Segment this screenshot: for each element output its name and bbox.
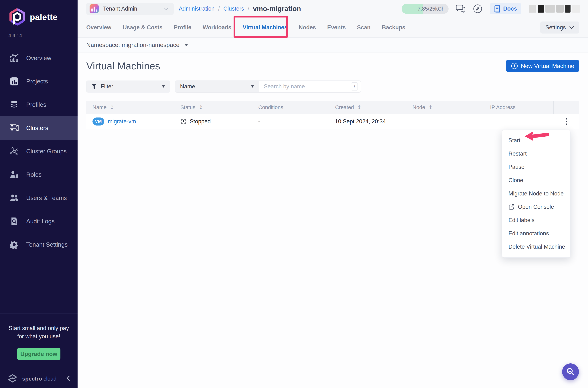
sidebar-item-label: Users & Teams xyxy=(26,194,67,201)
table-row[interactable]: VM migrate-vm Stopped - 10 Sept 2024, 20… xyxy=(86,114,579,129)
filter-funnel-icon xyxy=(91,83,97,90)
column-header-actions xyxy=(553,101,579,114)
tab-profile[interactable]: Profile xyxy=(174,18,191,37)
brand-light: cloud xyxy=(44,376,57,382)
search-input[interactable] xyxy=(264,83,351,90)
search-shortcut-badge: / xyxy=(351,82,358,91)
vm-actions-context-menu: Start Restart Pause Clone Migrate Node t… xyxy=(502,130,570,258)
row-actions-kebab-button[interactable] xyxy=(564,116,569,127)
search-fab-button[interactable] xyxy=(562,364,579,380)
column-header-node[interactable]: Node ↕ xyxy=(406,101,484,114)
namespace-selector[interactable]: Namespace: migration-namespace xyxy=(86,42,180,48)
column-label: Name xyxy=(92,104,107,110)
sidebar-item-roles[interactable]: Roles xyxy=(0,163,78,186)
app-version: 4.4.14 xyxy=(8,33,78,38)
users-teams-icon xyxy=(9,194,19,202)
vm-name-link[interactable]: migrate-vm xyxy=(108,118,136,125)
chat-button[interactable] xyxy=(456,4,466,13)
tab-virtual-machines[interactable]: Virtual Machines xyxy=(243,18,287,37)
column-header-status[interactable]: Status ↕ xyxy=(174,101,252,114)
menu-item-pause[interactable]: Pause xyxy=(502,161,570,173)
tab-events[interactable]: Events xyxy=(327,18,346,37)
tab-scan[interactable]: Scan xyxy=(357,18,370,37)
virtual-machines-table: Name ↕ Status ↕ Conditions Created ↕ xyxy=(86,101,579,129)
cell-conditions: - xyxy=(252,118,329,125)
docs-button[interactable]: Docs xyxy=(490,3,521,14)
breadcrumb-separator: / xyxy=(248,5,249,12)
cell-status: Stopped xyxy=(174,118,252,125)
menu-item-delete-virtual-machine[interactable]: Delete Virtual Machine xyxy=(502,241,570,253)
tenant-selector[interactable]: Tenant Admin xyxy=(86,3,174,15)
sidebar-item-clusters[interactable]: Clusters xyxy=(0,116,78,140)
column-header-conditions: Conditions xyxy=(252,101,329,114)
filter-row: Filter Name / xyxy=(86,80,579,93)
sidebar-footer: spectro cloud xyxy=(0,369,78,388)
filter-dropdown[interactable]: Filter xyxy=(86,80,170,93)
menu-item-migrate-node-to-node[interactable]: Migrate Node to Node xyxy=(502,188,570,199)
upgrade-now-button[interactable]: Upgrade now xyxy=(17,348,60,360)
column-header-created[interactable]: Created ↕ xyxy=(329,101,406,114)
external-link-icon xyxy=(508,204,515,210)
table-header: Name ↕ Status ↕ Conditions Created ↕ xyxy=(86,101,579,114)
spectro-cloud-logo-icon xyxy=(7,373,18,384)
collapse-sidebar-icon[interactable] xyxy=(66,375,70,382)
search-input-wrap: / xyxy=(259,81,361,92)
settings-button[interactable]: Settings xyxy=(540,22,579,33)
namespace-dropdown-icon[interactable] xyxy=(184,44,188,46)
overview-icon xyxy=(9,53,19,63)
search-field-selector[interactable]: Name xyxy=(175,81,259,92)
sidebar-item-profiles[interactable]: Profiles xyxy=(0,93,78,116)
cell-actions xyxy=(553,116,579,127)
clusters-icon xyxy=(9,124,19,132)
open-console-label: Open Console xyxy=(518,204,554,210)
tab-usage-costs[interactable]: Usage & Costs xyxy=(123,18,162,37)
menu-item-start[interactable]: Start xyxy=(502,135,570,146)
sidebar-item-tenant-settings[interactable]: Tenant Settings xyxy=(0,233,78,256)
menu-item-open-console[interactable]: Open Console xyxy=(502,201,570,213)
tab-workloads[interactable]: Workloads xyxy=(203,18,231,37)
explore-button[interactable] xyxy=(473,4,482,13)
sidebar-item-label: Projects xyxy=(26,78,48,85)
tab-backups[interactable]: Backups xyxy=(382,18,405,37)
sidebar-item-label: Clusters xyxy=(26,125,48,132)
cluster-groups-icon xyxy=(9,147,19,156)
docs-book-icon xyxy=(494,5,501,13)
tab-overview[interactable]: Overview xyxy=(86,18,112,37)
column-label: Created xyxy=(335,104,354,110)
sort-icon[interactable]: ↕ xyxy=(428,104,432,110)
sort-icon[interactable]: ↕ xyxy=(110,104,114,110)
tab-nodes[interactable]: Nodes xyxy=(299,18,316,37)
menu-item-restart[interactable]: Restart xyxy=(502,148,570,160)
menu-item-edit-labels[interactable]: Edit labels xyxy=(502,214,570,226)
brand-bold: spectro xyxy=(22,376,42,382)
page-title: Virtual Machines xyxy=(86,60,160,72)
main-area: Tenant Admin Administration / Clusters /… xyxy=(78,0,588,388)
sidebar-item-users-teams[interactable]: Users & Teams xyxy=(0,186,78,210)
app-window: palette 4.4.14 Overview xyxy=(0,0,588,388)
stopped-power-icon xyxy=(180,118,187,125)
menu-item-edit-annotations[interactable]: Edit annotations xyxy=(502,228,570,239)
cluster-tabs: Overview Usage & Costs Profile Workloads… xyxy=(86,18,406,37)
chat-icon xyxy=(456,4,466,13)
sidebar-spacer xyxy=(0,256,78,314)
column-header-ip-address: IP Address xyxy=(484,101,553,114)
column-header-name[interactable]: Name ↕ xyxy=(86,101,174,114)
sort-icon[interactable]: ↕ xyxy=(199,104,203,110)
breadcrumb-clusters[interactable]: Clusters xyxy=(223,5,244,12)
sort-icon[interactable]: ↕ xyxy=(357,104,361,110)
promo-line2: for what you use! xyxy=(5,332,72,341)
column-label: IP Address xyxy=(490,104,516,110)
field-dropdown-icon xyxy=(251,85,254,88)
menu-item-clone[interactable]: Clone xyxy=(502,174,570,186)
filter-label: Filter xyxy=(101,83,113,90)
new-virtual-machine-button[interactable]: New Virtual Machine xyxy=(506,60,579,72)
search-combo: Name / xyxy=(175,80,361,93)
profiles-icon xyxy=(9,100,19,109)
sidebar-item-overview[interactable]: Overview xyxy=(0,47,78,70)
breadcrumb-administration[interactable]: Administration xyxy=(179,5,214,12)
sidebar-item-audit-logs[interactable]: Audit Logs xyxy=(0,210,78,233)
sidebar-item-label: Tenant Settings xyxy=(26,241,68,248)
sidebar-item-cluster-groups[interactable]: Cluster Groups xyxy=(0,140,78,163)
sidebar-item-label: Overview xyxy=(26,55,51,62)
sidebar-item-projects[interactable]: Projects xyxy=(0,70,78,93)
